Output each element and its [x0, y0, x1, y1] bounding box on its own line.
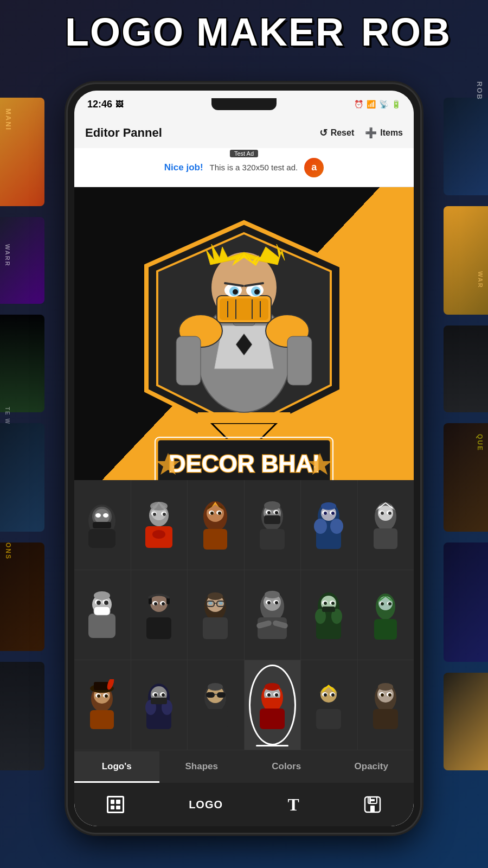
ad-logo-letter: a — [311, 162, 317, 173]
svg-rect-14 — [220, 298, 268, 320]
svg-point-66 — [267, 511, 271, 514]
bg-preview-r5 — [444, 542, 488, 662]
toolbar-text-button[interactable]: T — [287, 795, 299, 815]
logo-cell-2-3[interactable] — [188, 570, 245, 660]
svg-point-38 — [95, 513, 101, 518]
svg-point-112 — [208, 592, 223, 600]
svg-point-149 — [97, 694, 100, 698]
toolbar-logo-button[interactable]: LOGO — [189, 799, 223, 811]
svg-point-56 — [210, 512, 214, 515]
logo-cell-1-1[interactable] — [74, 480, 131, 570]
ad-banner[interactable]: Test Ad Nice job! This is a 320x50 test … — [74, 148, 414, 187]
logo-cell-3-6[interactable] — [358, 660, 414, 750]
svg-point-72 — [314, 519, 327, 534]
svg-point-67 — [275, 511, 278, 514]
logo-cell-2-6[interactable] — [358, 570, 414, 660]
svg-rect-143 — [90, 710, 114, 729]
tab-colors-label: Colors — [272, 761, 301, 772]
avatar-9 — [195, 589, 236, 641]
svg-point-182 — [324, 693, 327, 697]
svg-point-23 — [233, 289, 238, 295]
logo-cell-2-5[interactable] — [301, 570, 358, 660]
logo-label: LOGO — [189, 799, 223, 811]
svg-rect-187 — [373, 709, 398, 729]
svg-point-150 — [105, 694, 108, 698]
logo-cell-3-2[interactable] — [131, 660, 188, 750]
svg-point-167 — [208, 683, 223, 691]
logo-cell-2-1[interactable] — [74, 570, 131, 660]
svg-rect-36 — [88, 529, 115, 548]
svg-rect-170 — [260, 709, 285, 729]
logo-cell-3-4[interactable] — [245, 660, 301, 750]
svg-point-190 — [381, 693, 384, 697]
toolbar-save-button[interactable] — [364, 796, 381, 813]
side-deco-3: TE W — [4, 407, 10, 425]
avatar-7 — [82, 589, 123, 641]
logo-cell-3-3[interactable] — [188, 660, 245, 750]
reset-button[interactable]: ↺ Reset — [319, 127, 355, 139]
bottom-toolbar: LOGO T — [74, 783, 414, 826]
tab-opacity[interactable]: Opacity — [329, 751, 414, 783]
logo-cell-1-5[interactable] — [301, 480, 358, 570]
svg-point-131 — [331, 602, 335, 605]
svg-point-73 — [330, 519, 343, 534]
app-title-partial: ROB — [361, 10, 451, 54]
logo-cell-2-4[interactable] — [245, 570, 301, 660]
logo-cell-1-3[interactable] — [188, 480, 245, 570]
toolbar-grid-button[interactable] — [107, 796, 124, 813]
logo-cell-1-2[interactable] — [131, 480, 188, 570]
tab-logos[interactable]: Logo's — [74, 751, 159, 783]
logo-cell-1-4[interactable] — [245, 480, 301, 570]
svg-rect-175 — [264, 698, 280, 704]
items-icon: ➕ — [365, 127, 377, 139]
reset-icon: ↺ — [319, 127, 328, 139]
svg-point-121 — [275, 601, 278, 604]
reset-label: Reset — [331, 128, 355, 138]
category-tabs: Logo's Shapes Colors Opacity — [74, 751, 414, 783]
svg-point-122 — [265, 591, 280, 598]
bg-preview-3 — [0, 315, 44, 412]
avatar-5 — [309, 499, 349, 551]
logo-row-2 — [74, 570, 414, 660]
logo-cell-3-1[interactable] — [74, 660, 131, 750]
ad-description: This is a 320x50 test ad. — [210, 163, 298, 172]
avatar-15 — [195, 679, 236, 731]
svg-point-48 — [163, 513, 166, 516]
svg-point-24 — [254, 289, 260, 295]
svg-marker-3 — [195, 412, 293, 423]
phone-screen: 12:46 🖼 ⏰ 📶 📡 🔋 Editor Pannel ↺ Reset ➕ — [74, 91, 414, 826]
svg-point-47 — [153, 513, 156, 516]
avatar-14 — [139, 679, 179, 731]
logo-cell-1-6[interactable] — [358, 480, 414, 570]
logo-cell-2-2[interactable] — [131, 570, 188, 660]
svg-rect-165 — [217, 692, 226, 698]
tab-shapes[interactable]: Shapes — [159, 751, 245, 783]
app-title: LOGO MAKER — [65, 10, 345, 54]
ad-nice-job: Nice job! — [164, 162, 203, 173]
tab-colors[interactable]: Colors — [244, 751, 329, 783]
svg-rect-9 — [176, 336, 201, 385]
logo-cell-3-5[interactable] — [301, 660, 358, 750]
svg-point-138 — [381, 602, 384, 605]
items-button[interactable]: ➕ Items — [365, 127, 403, 139]
phone-notch — [211, 98, 277, 110]
tab-shapes-label: Shapes — [185, 761, 218, 772]
grid-icon — [107, 796, 124, 813]
side-deco-r2: WAR — [477, 271, 484, 289]
side-deco-2: WARR — [4, 244, 11, 267]
tab-opacity-label: Opacity — [355, 761, 388, 772]
svg-point-103 — [162, 602, 165, 605]
svg-rect-89 — [94, 607, 110, 615]
svg-point-173 — [267, 693, 271, 697]
wifi-icon: 📶 — [367, 100, 376, 108]
ad-logo: a — [304, 158, 324, 177]
side-deco-4: ONS — [4, 542, 12, 560]
svg-point-94 — [94, 591, 110, 600]
svg-rect-40 — [93, 522, 111, 528]
avatar-3 — [195, 499, 236, 551]
svg-rect-97 — [146, 617, 171, 639]
logo-character[interactable]: DECOR BHAI — [108, 198, 380, 513]
avatar-4 — [252, 499, 293, 551]
items-label: Items — [380, 128, 403, 138]
signal-icon: 📡 — [379, 100, 388, 108]
